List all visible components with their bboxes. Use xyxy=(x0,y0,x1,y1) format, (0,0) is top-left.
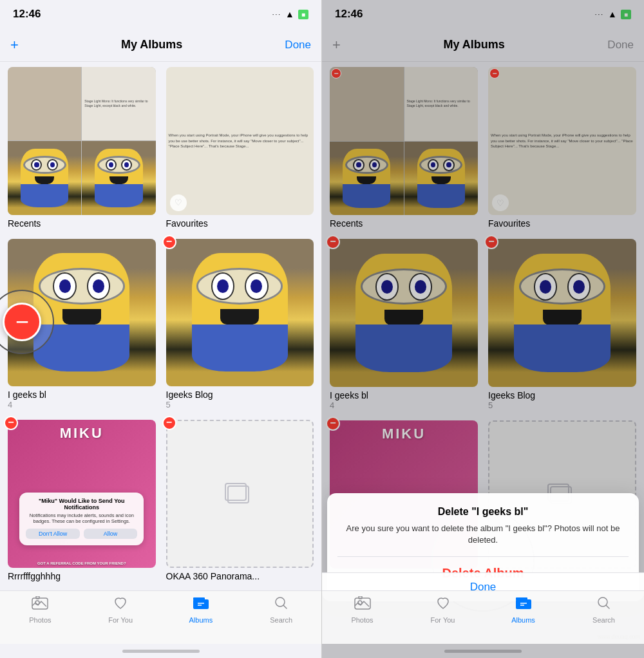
tab-photos-left[interactable]: Photos xyxy=(0,596,80,624)
status-bar-left: 12:46 ··· ▲ ■ xyxy=(0,0,321,28)
album-thumb-favourites-left: When you start using Portrait Mode, your… xyxy=(166,67,314,215)
minion-eye-r-igeeks-blog xyxy=(245,272,269,300)
minion-body-1 xyxy=(21,149,68,207)
allow-button[interactable]: Allow xyxy=(84,529,137,539)
heart-icon-left: ♡ xyxy=(175,198,182,207)
minion-pupil-r-2 xyxy=(124,162,129,167)
album-count-igeeks-blog-left: 5 xyxy=(166,400,314,409)
svg-rect-13 xyxy=(516,599,531,609)
minion-eye-r-1 xyxy=(47,159,58,171)
minion-pupil-l-igeeks-bl xyxy=(59,279,71,293)
tab-photos-label-right: Photos xyxy=(351,616,373,624)
minion-pupil-l-igeeks-blog xyxy=(217,279,229,293)
for-you-tab-icon-right xyxy=(435,596,451,614)
minion-img-recents-1 xyxy=(8,141,81,214)
photos-tab-icon-left xyxy=(32,596,48,614)
miku-bottom-text: GOT A REFERRAL CODE FROM YOUR FRIEND? xyxy=(10,561,153,565)
album-thumb-okaa-left xyxy=(166,420,314,568)
album-item-miku-left[interactable]: MIKU "Miku" Would Like to Send You Notif… xyxy=(8,420,156,581)
minion-overalls-igeeks-bl xyxy=(33,324,129,371)
minion-eye-l-igeeks-bl xyxy=(53,272,77,300)
favs-doc-text: When you start using Portrait Mode, your… xyxy=(169,133,312,149)
notif-title: "Miku" Would Like to Send You Notificati… xyxy=(26,498,137,511)
minion-igeeks-bl-left xyxy=(8,239,156,387)
minion-igeeks-blog-left xyxy=(166,239,314,387)
minion-pupil-l-2 xyxy=(109,162,113,167)
album-item-recents-left[interactable]: Stage Light Mono: It functions very simi… xyxy=(8,67,156,229)
rc-cell-3 xyxy=(8,141,81,214)
tab-search-left[interactable]: Search xyxy=(241,596,321,624)
minion-eye-l-igeeks-blog xyxy=(211,272,235,300)
album-name-recents-left: Recents xyxy=(8,218,156,229)
rc-cell-4 xyxy=(82,141,155,214)
tab-photos-label-left: Photos xyxy=(29,616,51,624)
album-name-igeeks-blog-left: Igeeks Blog xyxy=(166,390,314,400)
minion-eye-l-2 xyxy=(106,159,117,171)
home-bar-left xyxy=(122,650,200,653)
svg-rect-6 xyxy=(193,597,205,600)
miku-text-left: MIKU xyxy=(60,425,104,442)
minion-eye-r-2 xyxy=(121,159,132,171)
rc-cell-1 xyxy=(8,67,81,140)
minion-mouth-1 xyxy=(35,176,54,184)
album-thumb-igeeks-bl-left xyxy=(8,239,156,387)
album-item-okaa-left[interactable]: OKAA 360 Panorama... xyxy=(166,420,314,581)
tab-for-you-right[interactable]: For You xyxy=(402,596,483,624)
album-name-igeeks-bl-left: I geeks bl xyxy=(8,390,156,400)
minion-body-igeeks-bl xyxy=(33,253,129,371)
tab-albums-left[interactable]: Albums xyxy=(161,596,242,624)
album-name-miku-left: Rrrrfffgghhhg xyxy=(8,571,156,581)
minion-goggles-igeeks-blog xyxy=(196,268,283,304)
page-title-left: My Albums xyxy=(121,38,182,52)
albums-grid-left: Stage Light Mono: It functions very simi… xyxy=(8,67,314,581)
done-button-left[interactable]: Done xyxy=(285,39,311,52)
svg-rect-12 xyxy=(359,596,362,599)
minion-pupil-r-1 xyxy=(50,162,55,167)
minion-goggles-2 xyxy=(97,156,140,174)
minion-body-2 xyxy=(95,149,142,207)
svg-rect-4 xyxy=(36,596,39,599)
tab-photos-right[interactable]: Photos xyxy=(322,596,402,624)
battery-icon-left: ■ xyxy=(298,10,308,19)
tab-for-you-left[interactable]: For You xyxy=(80,596,161,624)
minus-badge-okaa-left[interactable] xyxy=(162,416,176,430)
album-item-igeeks-bl-left[interactable]: − I geeks bl 4 xyxy=(8,239,156,410)
minion-mouth-igeeks-bl xyxy=(62,309,101,324)
recents-collage-left: Stage Light Mono: It functions very simi… xyxy=(8,67,156,215)
minion-body-igeeks-blog xyxy=(192,253,288,371)
delete-dialog-body: Are you sure you want to delete the albu… xyxy=(337,523,629,546)
albums-tab-icon-right xyxy=(515,596,532,614)
tab-for-you-label-left: For You xyxy=(108,616,133,624)
tab-bar-right: Photos For You Albums Search xyxy=(322,590,644,644)
minion-eye-r-igeeks-bl xyxy=(87,272,111,300)
favs-bg: When you start using Portrait Mode, your… xyxy=(166,67,314,215)
for-you-tab-icon-left xyxy=(113,596,128,614)
delete-dialog-title: Delete "I geeks bl" xyxy=(337,506,629,518)
notif-buttons: Don't Allow Allow xyxy=(26,529,137,539)
dont-allow-button[interactable]: Don't Allow xyxy=(26,529,79,539)
rc-doc-text: Stage Light Mono: It functions very simi… xyxy=(84,99,153,108)
signal-dots-left: ··· xyxy=(272,11,281,18)
nav-header-left: + My Albums Done xyxy=(0,28,321,62)
svg-rect-5 xyxy=(193,599,209,609)
svg-rect-14 xyxy=(516,597,527,600)
album-thumb-igeeks-blog-left xyxy=(166,239,314,387)
tab-for-you-label-right: For You xyxy=(431,616,455,624)
tab-search-label-left: Search xyxy=(270,616,292,624)
miku-notification-popup: "Miku" Would Like to Send You Notificati… xyxy=(19,493,144,546)
minion-goggles-1 xyxy=(23,156,66,174)
minion-overalls-2 xyxy=(95,184,142,208)
add-album-button-left[interactable]: + xyxy=(10,37,19,53)
tab-albums-right[interactable]: Albums xyxy=(483,596,564,624)
minus-badge-igeeks-blog-left[interactable] xyxy=(162,235,176,249)
minus-badge-miku-left[interactable] xyxy=(4,416,18,430)
album-count-igeeks-bl-left: 4 xyxy=(8,400,156,409)
album-item-igeeks-blog-left[interactable]: Igeeks Blog 5 xyxy=(166,239,314,410)
tab-search-right[interactable]: Search xyxy=(564,596,644,624)
status-time-left: 12:46 xyxy=(13,8,41,21)
album-item-favourites-left[interactable]: When you start using Portrait Mode, your… xyxy=(166,67,314,229)
minion-pupil-r-igeeks-blog xyxy=(251,279,262,293)
album-name-favourites-left: Favourites xyxy=(166,218,314,229)
right-phone-panel: 12:46 ··· ▲ ■ + My Albums Done Stage Lig… xyxy=(322,0,644,658)
heart-badge-left: ♡ xyxy=(170,194,187,211)
